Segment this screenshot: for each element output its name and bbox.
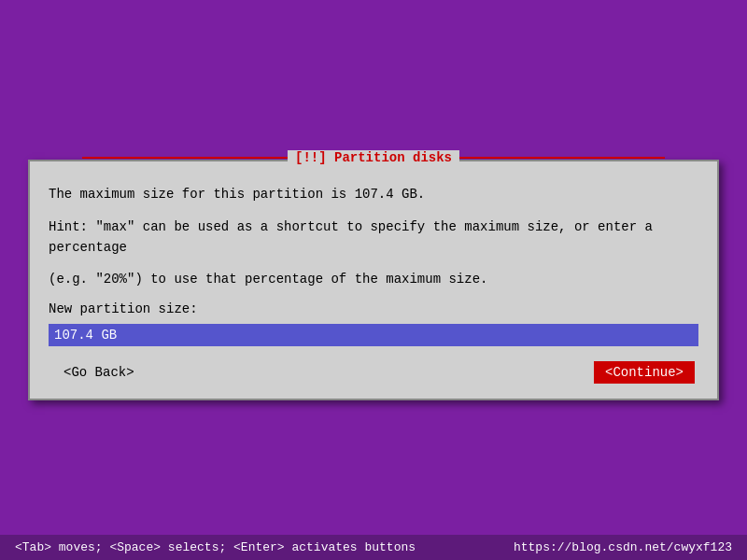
status-bar: <Tab> moves; <Space> selects; <Enter> ac… [0,535,747,560]
screen: [!!] Partition disks The maximum size fo… [0,0,747,560]
max-size-text: The maximum size for this partition is 1… [49,184,698,204]
dialog-content: The maximum size for this partition is 1… [30,161,717,399]
dialog-title: [!!] Partition disks [288,150,459,165]
go-back-button[interactable]: <Go Back> [52,361,146,384]
title-line-left [82,157,288,159]
hint-line1: Hint: "max" can be used as a shortcut to… [49,217,698,259]
partition-size-input[interactable] [49,324,698,346]
dialog: [!!] Partition disks The maximum size fo… [28,160,719,400]
status-left-text: <Tab> moves; <Space> selects; <Enter> ac… [15,540,416,554]
title-bar: [!!] Partition disks [82,150,665,165]
buttons-row: <Go Back> <Continue> [49,361,698,384]
partition-size-label: New partition size: [49,301,698,316]
continue-button[interactable]: <Continue> [594,361,695,384]
hint-line2: (e.g. "20%") to use that percentage of t… [49,269,698,289]
title-line-right [459,157,665,159]
status-right-text: https://blog.csdn.net/cwyxf123 [514,540,732,554]
